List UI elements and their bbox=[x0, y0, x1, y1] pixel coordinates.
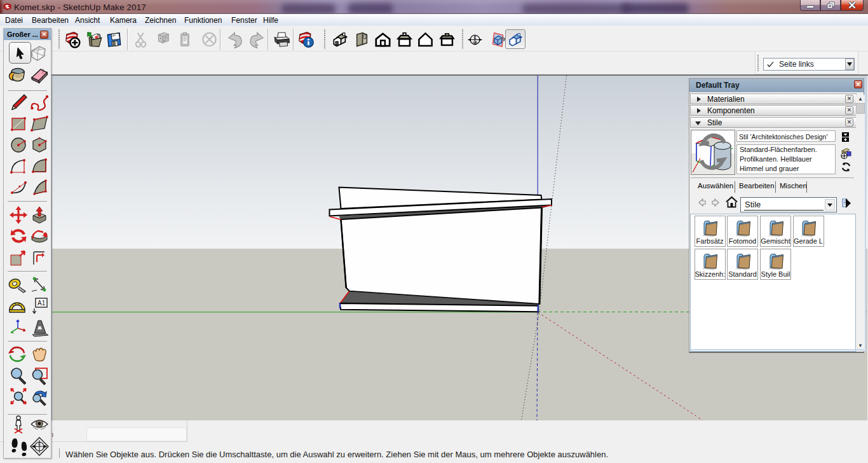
svg-text:A B: A B bbox=[473, 41, 478, 45]
svg-text:A1: A1 bbox=[37, 300, 46, 307]
svg-text:C: C bbox=[38, 442, 41, 446]
svg-text:C: C bbox=[473, 35, 477, 39]
